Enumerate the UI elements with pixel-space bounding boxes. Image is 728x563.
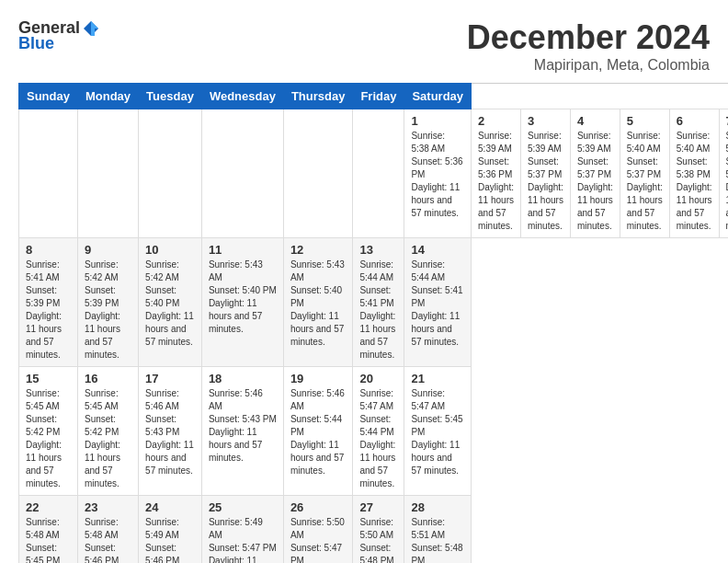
calendar-week-row: 8 Sunrise: 5:41 AM Sunset: 5:39 PM Dayli… [19,238,729,367]
column-header-friday: Friday [353,84,404,109]
day-number: 15 [26,372,71,385]
calendar-cell: 16 Sunrise: 5:45 AM Sunset: 5:42 PM Dayl… [77,367,138,496]
calendar-cell: 19 Sunrise: 5:46 AM Sunset: 5:44 PM Dayl… [283,367,353,496]
day-info: Sunrise: 5:46 AM Sunset: 5:43 PM Dayligh… [145,387,195,477]
calendar-cell [77,109,138,238]
day-number: 6 [677,114,712,128]
day-info: Sunrise: 5:38 AM Sunset: 5:36 PM Dayligh… [411,130,464,220]
day-info: Sunrise: 5:49 AM Sunset: 5:46 PM Dayligh… [145,516,195,563]
day-number: 22 [26,500,71,514]
calendar-cell: 13 Sunrise: 5:44 AM Sunset: 5:41 PM Dayl… [353,238,404,367]
logo-blue-text: Blue [18,34,54,53]
calendar-cell: 18 Sunrise: 5:46 AM Sunset: 5:43 PM Dayl… [201,367,283,496]
day-number: 17 [145,372,195,385]
calendar-table: SundayMondayTuesdayWednesdayThursdayFrid… [18,83,728,563]
calendar-cell: 20 Sunrise: 5:47 AM Sunset: 5:44 PM Dayl… [353,367,404,496]
day-number: 14 [411,243,464,257]
column-header-wednesday: Wednesday [201,84,283,109]
day-info: Sunrise: 5:42 AM Sunset: 5:40 PM Dayligh… [145,259,195,349]
calendar-cell: 10 Sunrise: 5:42 AM Sunset: 5:40 PM Dayl… [139,238,202,367]
day-info: Sunrise: 5:42 AM Sunset: 5:39 PM Dayligh… [85,259,131,362]
day-number: 20 [359,372,397,385]
calendar-cell: 28 Sunrise: 5:51 AM Sunset: 5:48 PM Dayl… [404,496,472,564]
day-number: 26 [290,500,347,514]
day-number: 1 [411,114,464,128]
day-info: Sunrise: 5:44 AM Sunset: 5:41 PM Dayligh… [359,259,397,362]
calendar-cell: 14 Sunrise: 5:44 AM Sunset: 5:41 PM Dayl… [404,238,472,367]
day-number: 5 [627,114,663,128]
day-info: Sunrise: 5:51 AM Sunset: 5:48 PM Dayligh… [411,516,464,563]
day-info: Sunrise: 5:43 AM Sunset: 5:40 PM Dayligh… [290,259,347,349]
day-number: 23 [85,500,131,514]
day-info: Sunrise: 5:41 AM Sunset: 5:39 PM Dayligh… [26,259,71,362]
day-info: Sunrise: 5:50 AM Sunset: 5:47 PM Dayligh… [290,516,347,563]
month-title: December 2024 [467,18,710,57]
day-number: 16 [85,372,131,385]
day-info: Sunrise: 5:47 AM Sunset: 5:45 PM Dayligh… [411,387,464,477]
calendar-cell [139,109,202,238]
calendar-cell: 8 Sunrise: 5:41 AM Sunset: 5:39 PM Dayli… [19,238,78,367]
day-number: 18 [209,372,277,385]
calendar-cell: 3 Sunrise: 5:39 AM Sunset: 5:37 PM Dayli… [520,109,570,238]
calendar-cell: 12 Sunrise: 5:43 AM Sunset: 5:40 PM Dayl… [283,238,353,367]
day-info: Sunrise: 5:45 AM Sunset: 5:42 PM Dayligh… [85,387,131,490]
day-info: Sunrise: 5:43 AM Sunset: 5:40 PM Dayligh… [209,259,277,336]
calendar-week-row: 22 Sunrise: 5:48 AM Sunset: 5:45 PM Dayl… [19,496,729,564]
day-number: 13 [359,243,397,257]
day-info: Sunrise: 5:48 AM Sunset: 5:46 PM Dayligh… [85,516,131,563]
day-number: 9 [85,243,131,257]
column-header-sunday: Sunday [19,84,78,109]
calendar-cell: 9 Sunrise: 5:42 AM Sunset: 5:39 PM Dayli… [77,238,138,367]
column-header-thursday: Thursday [283,84,353,109]
day-info: Sunrise: 5:39 AM Sunset: 5:37 PM Dayligh… [577,130,613,233]
calendar-cell: 11 Sunrise: 5:43 AM Sunset: 5:40 PM Dayl… [201,238,283,367]
location-text: Mapiripan, Meta, Colombia [467,57,710,74]
day-info: Sunrise: 5:44 AM Sunset: 5:41 PM Dayligh… [411,259,464,349]
calendar-cell [353,109,404,238]
calendar-cell: 26 Sunrise: 5:50 AM Sunset: 5:47 PM Dayl… [283,496,353,564]
column-header-saturday: Saturday [404,84,472,109]
day-info: Sunrise: 5:50 AM Sunset: 5:48 PM Dayligh… [359,516,397,563]
calendar-cell [19,109,78,238]
calendar-cell: 2 Sunrise: 5:39 AM Sunset: 5:36 PM Dayli… [472,109,521,238]
day-number: 12 [290,243,347,257]
day-number: 4 [577,114,613,128]
day-info: Sunrise: 5:48 AM Sunset: 5:45 PM Dayligh… [26,516,71,563]
title-section: December 2024 Mapiripan, Meta, Colombia [467,18,710,74]
day-info: Sunrise: 5:46 AM Sunset: 5:43 PM Dayligh… [209,387,277,465]
day-info: Sunrise: 5:45 AM Sunset: 5:42 PM Dayligh… [26,387,71,490]
calendar-cell [201,109,283,238]
calendar-cell: 24 Sunrise: 5:49 AM Sunset: 5:46 PM Dayl… [139,496,202,564]
day-info: Sunrise: 5:49 AM Sunset: 5:47 PM Dayligh… [209,516,277,563]
calendar-cell: 4 Sunrise: 5:39 AM Sunset: 5:37 PM Dayli… [570,109,620,238]
calendar-cell [283,109,353,238]
calendar-cell: 15 Sunrise: 5:45 AM Sunset: 5:42 PM Dayl… [19,367,78,496]
day-info: Sunrise: 5:46 AM Sunset: 5:44 PM Dayligh… [290,387,347,477]
calendar-week-row: 15 Sunrise: 5:45 AM Sunset: 5:42 PM Dayl… [19,367,729,496]
day-number: 8 [26,243,71,257]
calendar-cell: 21 Sunrise: 5:47 AM Sunset: 5:45 PM Dayl… [404,367,472,496]
day-info: Sunrise: 5:47 AM Sunset: 5:44 PM Dayligh… [359,387,397,490]
column-header-tuesday: Tuesday [139,84,202,109]
calendar-header-row: SundayMondayTuesdayWednesdayThursdayFrid… [19,84,729,109]
calendar-cell: 23 Sunrise: 5:48 AM Sunset: 5:46 PM Dayl… [77,496,138,564]
day-number: 10 [145,243,195,257]
logo-flag-icon [82,19,100,38]
day-info: Sunrise: 5:40 AM Sunset: 5:37 PM Dayligh… [627,130,663,233]
day-number: 24 [145,500,195,514]
day-info: Sunrise: 5:39 AM Sunset: 5:37 PM Dayligh… [528,130,563,233]
logo: General Blue [18,18,100,53]
day-number: 2 [478,114,514,128]
calendar-cell: 7 Sunrise: 5:41 AM Sunset: 5:38 PM Dayli… [719,109,728,238]
calendar-cell: 6 Sunrise: 5:40 AM Sunset: 5:38 PM Dayli… [669,109,719,238]
day-number: 21 [411,372,464,385]
column-header-monday: Monday [77,84,138,109]
calendar-cell: 25 Sunrise: 5:49 AM Sunset: 5:47 PM Dayl… [201,496,283,564]
calendar-cell: 5 Sunrise: 5:40 AM Sunset: 5:37 PM Dayli… [620,109,669,238]
day-number: 28 [411,500,464,514]
day-number: 25 [209,500,277,514]
page-header: General Blue December 2024 Mapiripan, Me… [18,18,710,74]
day-number: 27 [359,500,397,514]
day-number: 11 [209,243,277,257]
calendar-cell: 27 Sunrise: 5:50 AM Sunset: 5:48 PM Dayl… [353,496,404,564]
